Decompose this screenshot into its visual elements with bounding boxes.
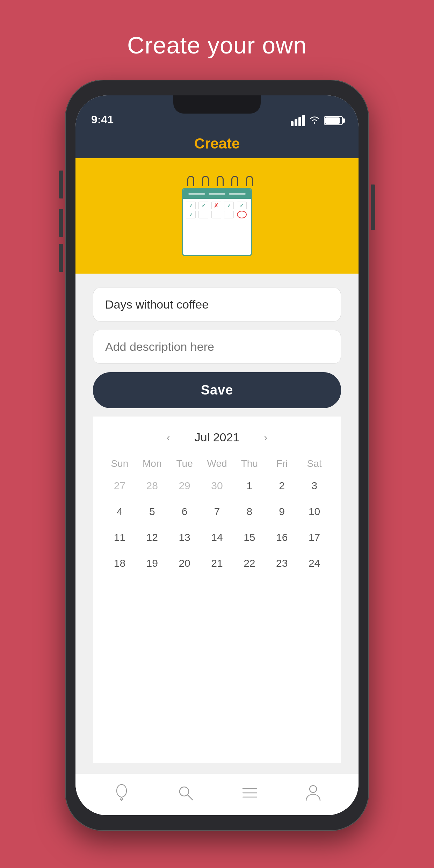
weekday-mon: Mon bbox=[136, 455, 168, 473]
calendar-day[interactable]: 5 bbox=[136, 502, 168, 521]
tracker-description-input[interactable] bbox=[93, 330, 341, 364]
tab-search[interactable] bbox=[177, 784, 194, 805]
calendar-days-grid: 27 28 29 30 1 2 3 4 5 6 7 8 9 10 11 bbox=[93, 476, 341, 573]
wifi-icon bbox=[309, 115, 320, 126]
bottom-nav bbox=[75, 773, 359, 815]
weekday-sun: Sun bbox=[103, 455, 136, 473]
weekday-wed: Wed bbox=[201, 455, 233, 473]
calendar-day[interactable]: 19 bbox=[136, 554, 168, 573]
calendar-day[interactable]: 7 bbox=[201, 502, 233, 521]
balloon-icon bbox=[113, 784, 130, 805]
calendar-day[interactable]: 1 bbox=[233, 476, 266, 495]
calendar-day[interactable]: 23 bbox=[266, 554, 298, 573]
nav-bar: Create bbox=[75, 130, 359, 158]
nav-title: Create bbox=[194, 135, 240, 152]
tab-home[interactable] bbox=[113, 784, 130, 805]
calendar-month-label: Jul 2021 bbox=[195, 431, 240, 444]
calendar-day[interactable]: 16 bbox=[266, 528, 298, 547]
calendar-day[interactable]: 30 bbox=[201, 476, 233, 495]
search-icon bbox=[177, 784, 194, 805]
calendar-nav: ‹ Jul 2021 › bbox=[93, 424, 341, 455]
svg-point-10 bbox=[310, 786, 317, 793]
weekday-fri: Fri bbox=[266, 455, 298, 473]
calendar-day[interactable]: 6 bbox=[168, 502, 201, 521]
calendar-day[interactable]: 3 bbox=[298, 476, 331, 495]
calendar-weekdays: Sun Mon Tue Wed Thu Fri Sat bbox=[93, 455, 341, 473]
svg-line-6 bbox=[188, 795, 193, 800]
calendar-day[interactable]: 2 bbox=[266, 476, 298, 495]
calendar-day[interactable]: 9 bbox=[266, 502, 298, 521]
calendar-day[interactable]: 17 bbox=[298, 528, 331, 547]
calendar-day[interactable]: 10 bbox=[298, 502, 331, 521]
tracker-name-input[interactable] bbox=[93, 288, 341, 321]
calendar-day[interactable]: 12 bbox=[136, 528, 168, 547]
calendar-day[interactable]: 4 bbox=[103, 502, 136, 521]
calendar-day[interactable]: 24 bbox=[298, 554, 331, 573]
calendar-day[interactable]: 8 bbox=[233, 502, 266, 521]
calendar-day[interactable]: 20 bbox=[168, 554, 201, 573]
cal-grid-illustration: ✓ ✓ ✗ ✓ ✓ ✓ bbox=[183, 199, 251, 221]
cal-rings bbox=[187, 176, 253, 186]
calendar-day[interactable]: 22 bbox=[233, 554, 266, 573]
weekday-tue: Tue bbox=[168, 455, 201, 473]
calendar-next-button[interactable]: › bbox=[260, 432, 271, 443]
status-time: 9:41 bbox=[91, 113, 114, 126]
calendar-day[interactable]: 15 bbox=[233, 528, 266, 547]
notch bbox=[173, 95, 261, 114]
weekday-sat: Sat bbox=[298, 455, 331, 473]
calendar-day[interactable]: 29 bbox=[168, 476, 201, 495]
svg-point-5 bbox=[180, 787, 189, 796]
status-icons bbox=[291, 115, 343, 126]
page-title: Create your own bbox=[127, 31, 307, 59]
calendar-section: ‹ Jul 2021 › Sun Mon Tue Wed Thu Fri Sat bbox=[93, 417, 341, 763]
svg-point-0 bbox=[117, 784, 126, 797]
signal-bars-icon bbox=[291, 115, 305, 126]
weekday-thu: Thu bbox=[233, 455, 266, 473]
calendar-day[interactable]: 11 bbox=[103, 528, 136, 547]
calendar-day[interactable]: 13 bbox=[168, 528, 201, 547]
calendar-illustration: ✓ ✓ ✗ ✓ ✓ ✓ bbox=[177, 176, 257, 256]
svg-line-3 bbox=[122, 797, 123, 800]
calendar-day[interactable]: 14 bbox=[201, 528, 233, 547]
calendar-day[interactable]: 27 bbox=[103, 476, 136, 495]
calendar-day[interactable]: 21 bbox=[201, 554, 233, 573]
cal-header bbox=[183, 189, 251, 199]
svg-point-4 bbox=[121, 800, 122, 801]
phone-screen: 9:41 Create bbox=[75, 95, 359, 815]
save-button[interactable]: Save bbox=[93, 372, 341, 408]
calendar-day[interactable]: 28 bbox=[136, 476, 168, 495]
tab-menu[interactable] bbox=[241, 786, 258, 803]
menu-icon bbox=[241, 786, 258, 803]
phone-shell: 9:41 Create bbox=[65, 80, 369, 831]
tab-profile[interactable] bbox=[305, 784, 321, 805]
calendar-prev-button[interactable]: ‹ bbox=[163, 432, 174, 443]
cal-body: ✓ ✓ ✗ ✓ ✓ ✓ bbox=[182, 188, 252, 256]
battery-icon bbox=[324, 116, 343, 125]
hero-section: ✓ ✓ ✗ ✓ ✓ ✓ bbox=[75, 158, 359, 274]
content-area: Save ‹ Jul 2021 › Sun Mon Tue Wed Thu Fr… bbox=[75, 274, 359, 773]
calendar-day[interactable]: 18 bbox=[103, 554, 136, 573]
person-icon bbox=[305, 784, 321, 805]
status-bar: 9:41 bbox=[75, 95, 359, 130]
